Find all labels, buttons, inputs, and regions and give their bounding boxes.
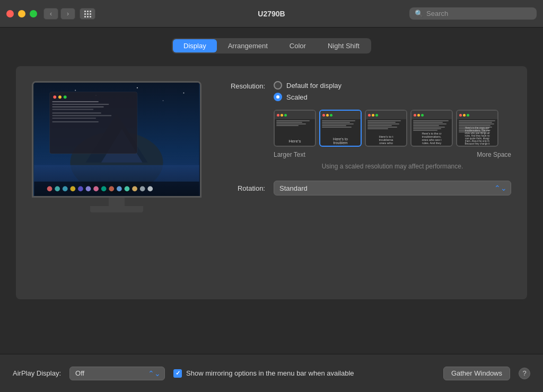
radio-default-circle [274, 81, 282, 90]
radio-scaled[interactable]: Scaled [274, 93, 341, 101]
svg-point-45 [140, 186, 145, 192]
settings-right: Resolution: Default for display Scaled [217, 81, 511, 284]
search-input[interactable] [426, 10, 531, 17]
svg-rect-8 [90, 16, 91, 17]
thumb1-dot-green [284, 114, 287, 117]
gather-windows-button[interactable]: Gather Windows [443, 367, 510, 380]
thumb2-dot-red [322, 114, 325, 117]
thumbnail-5[interactable]: Here's to the crazy onetroublemakers. Th… [456, 110, 498, 147]
maximize-button[interactable] [30, 10, 37, 17]
thumb5-label: Here's to the crazy onetroublemakers. Th… [457, 127, 497, 145]
thumb4-dot-green [421, 114, 424, 117]
window-title: U2790B [258, 10, 285, 18]
tab-night-shift[interactable]: Night Shift [317, 39, 370, 52]
svg-point-23 [64, 95, 67, 99]
svg-rect-26 [52, 106, 103, 108]
svg-rect-6 [84, 16, 86, 17]
rotation-select-wrapper: Standard 90° 180° 270° ⌃⌄ [274, 181, 511, 195]
larger-text-label: Larger Text [274, 151, 316, 158]
back-button[interactable]: ‹ [43, 8, 58, 20]
checkmark-icon: ✓ [176, 370, 180, 377]
thumbnail-3[interactable]: Here's to ttroublemaones who [365, 110, 407, 147]
thumb4-dot-yellow [417, 114, 420, 117]
svg-point-35 [63, 186, 68, 192]
svg-point-34 [55, 186, 60, 192]
airplay-select[interactable]: Off On [69, 367, 165, 380]
svg-point-17 [137, 87, 138, 88]
svg-point-39 [93, 186, 99, 192]
nav-buttons: ‹ › [43, 8, 75, 20]
svg-rect-24 [52, 101, 99, 102]
svg-point-37 [78, 186, 83, 192]
svg-point-46 [147, 186, 153, 192]
minimize-button[interactable] [18, 10, 25, 17]
svg-rect-25 [52, 104, 109, 105]
svg-point-38 [86, 186, 91, 192]
svg-point-43 [125, 186, 130, 192]
search-bar[interactable]: 🔍 [409, 7, 537, 20]
thumb1-titlebar [275, 111, 315, 119]
thumbnail-4[interactable]: Here's to the crtroublemakers.ones who s… [410, 110, 453, 147]
thumb5-dot-red [459, 114, 462, 117]
thumbnails-labels: Larger Text More Space [217, 151, 511, 158]
svg-point-18 [163, 100, 164, 101]
svg-rect-4 [87, 13, 89, 15]
radio-scaled-label: Scaled [286, 93, 308, 101]
titlebar: ‹ › U2790B 🔍 [0, 0, 543, 28]
thumbnails-row: Here's Here's t [217, 110, 511, 147]
tab-color[interactable]: Color [279, 39, 317, 52]
monitor-stand-base [90, 206, 143, 212]
mirror-label: Show mirroring options in the menu bar w… [186, 369, 354, 377]
svg-rect-0 [84, 11, 86, 12]
help-icon: ? [522, 369, 526, 377]
thumb1-dot-red [277, 114, 279, 117]
svg-rect-29 [52, 115, 111, 116]
svg-rect-27 [52, 109, 93, 110]
svg-point-21 [53, 95, 56, 99]
thumb3-label: Here's to ttroublemaones who [366, 135, 406, 145]
main-content: Display Arrangement Color Night Shift [0, 28, 543, 354]
content-panel: Resolution: Default for display Scaled [16, 66, 527, 299]
close-button[interactable] [6, 10, 14, 17]
svg-point-40 [101, 186, 107, 192]
thumbnail-2[interactable]: Here's totroublem [319, 110, 362, 147]
monitor-screen [33, 83, 200, 196]
svg-point-42 [117, 186, 122, 192]
monitor-stand-neck [109, 198, 125, 206]
radio-scaled-circle [274, 93, 282, 101]
thumb2-label: Here's totroublem [320, 137, 361, 145]
traffic-lights [6, 10, 37, 17]
svg-point-15 [75, 90, 76, 91]
search-icon: 🔍 [415, 10, 423, 17]
thumb4-titlebar [411, 111, 452, 119]
rotation-label: Rotation: [217, 184, 265, 192]
performance-note: Using a scaled resolution may affect per… [217, 163, 511, 170]
grid-button[interactable] [80, 8, 95, 20]
tab-arrangement[interactable]: Arrangement [217, 39, 278, 52]
svg-rect-7 [87, 16, 89, 17]
mirror-checkbox-row: ✓ Show mirroring options in the menu bar… [173, 369, 435, 378]
thumb4-label: Here's to the crtroublemakers.ones who s… [411, 132, 452, 145]
tab-display[interactable]: Display [173, 39, 217, 52]
svg-point-44 [132, 186, 137, 192]
resolution-row: Resolution: Default for display Scaled [217, 81, 511, 101]
airplay-label: AirPlay Display: [13, 369, 61, 377]
thumb5-dot-green [467, 114, 469, 117]
thumb2-dot-yellow [326, 114, 329, 117]
thumb3-titlebar [366, 111, 406, 119]
forward-button[interactable]: › [60, 8, 75, 20]
rotation-row: Rotation: Standard 90° 180° 270° ⌃⌄ [217, 181, 511, 195]
svg-rect-2 [90, 11, 91, 12]
mirror-checkbox[interactable]: ✓ [173, 369, 182, 378]
thumb3-dot-green [375, 114, 378, 117]
thumb5-titlebar [457, 111, 497, 119]
thumbnail-1[interactable]: Here's [274, 110, 316, 147]
svg-point-33 [47, 186, 52, 192]
rotation-select[interactable]: Standard 90° 180° 270° [274, 181, 511, 195]
more-space-label: More Space [477, 151, 511, 158]
radio-default-label: Default for display [286, 82, 341, 90]
radio-default[interactable]: Default for display [274, 81, 341, 90]
svg-rect-31 [52, 121, 99, 122]
help-button[interactable]: ? [519, 368, 530, 379]
resolution-options: Default for display Scaled [274, 81, 341, 101]
